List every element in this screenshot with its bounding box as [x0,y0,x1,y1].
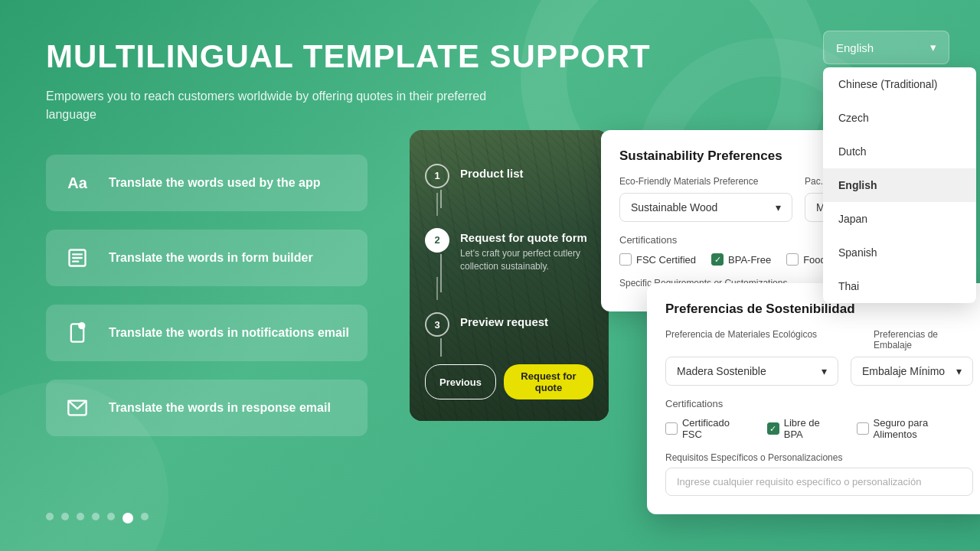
lang-option-en[interactable]: English [823,168,976,202]
svg-point-5 [79,323,84,328]
feature-translate-app-text: Translate the words used by the app [109,174,321,191]
dot-7[interactable] [141,513,149,520]
lang-option-nl[interactable]: Dutch [823,135,976,168]
dot-4[interactable] [92,513,100,520]
chevron-down-icon: ▾ [930,41,936,54]
dot-6[interactable] [122,513,133,523]
page-subtitle: Empowers you to reach customers worldwid… [46,87,505,124]
feature-translate-response-text: Translate the words in response email [109,399,331,416]
feature-translate-notifications-text: Translate the words in notifications ema… [109,324,349,341]
lang-option-cs[interactable]: Czech [823,101,976,135]
dot-2[interactable] [61,513,69,520]
lang-option-es[interactable]: Spanish [823,236,976,269]
language-dropdown-trigger[interactable]: English ▾ [823,31,949,64]
translate-app-icon: Aa [61,167,93,199]
dot-5[interactable] [107,513,115,520]
feature-translate-form: Translate the words in form builder [46,230,368,286]
lang-option-zh-tw[interactable]: Chinese (Traditional) [823,67,976,101]
lang-option-ja[interactable]: Japan [823,202,976,236]
translate-form-icon [61,242,93,274]
translate-notifications-icon [61,317,93,349]
page-title: MULTILINGUAL TEMPLATE SUPPORT [46,38,934,75]
dot-3[interactable] [77,513,84,520]
translate-response-icon [61,392,93,424]
dot-1[interactable] [46,513,54,520]
feature-translate-app: Aa Translate the words used by the app [46,155,368,211]
language-selector: English ▾ Chinese (Traditional) Czech Du… [823,31,949,64]
language-current: English [836,41,874,54]
features-list: Aa Translate the words used by the app T… [46,155,368,436]
lang-option-th[interactable]: Thai [823,269,976,303]
language-dropdown-menu: Chinese (Traditional) Czech Dutch Englis… [823,67,976,303]
carousel-dots [46,513,149,523]
feature-translate-response: Translate the words in response email [46,380,368,436]
feature-translate-form-text: Translate the words in form builder [109,249,313,266]
feature-translate-notifications: Translate the words in notifications ema… [46,305,368,361]
